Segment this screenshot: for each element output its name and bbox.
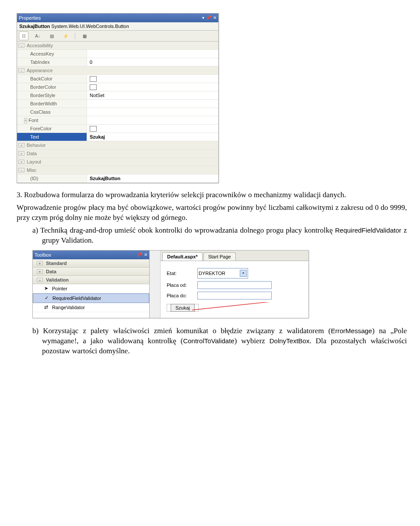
toolbox-title-bar[interactable]: Toolbox 📌 ✕ [33,251,149,259]
close-icon[interactable]: ✕ [213,16,217,20]
color-swatch[interactable] [90,84,97,90]
toolbox-category[interactable]: −Validation [33,276,149,284]
property-key: BorderColor [17,83,87,91]
property-key: BorderStyle [17,91,87,99]
property-value[interactable] [87,75,218,83]
property-value[interactable] [87,100,218,108]
toolbox-category[interactable]: +Data [33,268,149,276]
editor-tab[interactable]: Default.aspx* [162,252,203,261]
expand-icon[interactable]: − [18,43,24,48]
expand-icon[interactable]: + [18,160,24,164]
dropdown-icon[interactable]: ▾ [202,16,204,20]
property-value[interactable] [87,116,218,124]
rfv-icon: ✓ [43,295,50,301]
color-swatch[interactable] [90,76,97,82]
property-row[interactable]: +Font [17,116,218,125]
toolbox-item[interactable]: ⇄RangeValidator [33,303,149,312]
etat-select[interactable]: DYREKTOR ▾ [197,268,248,279]
expand-icon[interactable]: − [18,168,24,172]
category-row[interactable]: +Layout [17,158,218,166]
property-value[interactable] [87,108,218,116]
property-key: TabIndex [17,58,87,66]
toolbox-item[interactable]: ✓RequiredFieldValidator [33,293,149,303]
chevron-down-icon[interactable]: ▾ [240,270,247,277]
property-value[interactable] [87,50,218,58]
property-row[interactable]: BorderWidth [17,100,218,108]
placa-od-input[interactable] [197,281,272,289]
button-designer-selection[interactable]: Szukaj [167,304,199,312]
properties-icon[interactable]: ▤ [47,31,56,40]
property-row[interactable]: BorderColor [17,83,218,91]
property-value[interactable]: SzukajButton [87,174,218,182]
property-key: BackColor [17,75,87,83]
property-value[interactable] [87,83,218,91]
category-row[interactable]: −Accessibility [17,42,218,50]
szukaj-button[interactable]: Szukaj [171,304,195,312]
expand-icon[interactable]: + [24,118,27,123]
object-type: System.Web.UI.WebControls.Button [51,24,129,29]
expand-icon[interactable]: + [18,151,24,156]
toolbox-category[interactable]: +Standard [33,259,149,268]
toolbox-title: Toolbox [35,252,135,258]
property-value[interactable]: NotSet [87,91,218,99]
expand-icon[interactable]: + [37,269,43,274]
object-name: SzukajButton [19,24,50,29]
pin-icon[interactable]: 📌 [137,253,142,257]
placa-do-input[interactable] [197,292,272,300]
property-row[interactable]: BackColor [17,75,218,83]
property-row[interactable]: (ID)SzukajButton [17,174,218,183]
category-row[interactable]: +Data [17,150,218,158]
property-key: CssClass [17,108,87,116]
expand-icon[interactable]: + [18,143,24,147]
property-value[interactable]: 0 [87,58,218,66]
close-icon[interactable]: ✕ [144,253,147,257]
property-row[interactable]: CssClass [17,108,218,116]
editor-surface: Default.aspx*Start Page Etat: DYREKTOR ▾… [161,251,308,318]
alphabetical-icon[interactable]: A↓ [33,31,42,40]
svg-line-0 [192,302,420,310]
placa-od-label: Płaca od: [167,282,195,288]
category-row[interactable]: +Behavior [17,141,218,150]
color-swatch[interactable] [90,126,97,132]
category-name: Misc [26,167,218,173]
toolbox-item[interactable]: ➤Pointer [33,284,149,293]
expand-icon[interactable]: + [37,261,43,265]
property-key: Text [17,133,87,141]
category-row[interactable]: −Appearance [17,66,218,75]
editor-tabs: Default.aspx*Start Page [161,251,308,261]
property-row[interactable]: ForeColor [17,125,218,133]
toolbox-item-label: RangeValidator [52,305,85,310]
category-row[interactable]: −Misc [17,166,218,174]
property-key: BorderWidth [17,100,87,108]
editor-tab[interactable]: Start Page [203,252,236,261]
panel-title-bar[interactable]: Properties ▾ 📌 ✕ [17,14,218,22]
placa-do-row: Płaca do: [167,292,302,300]
category-label: Validation [46,277,69,282]
selected-object-row[interactable]: SzukajButton System.Web.UI.WebControls.B… [17,22,218,31]
property-row[interactable]: TabIndex0 [17,58,218,66]
toolbox-item-label: RequiredFieldValidator [52,296,101,301]
events-icon[interactable]: ⚡ [61,31,70,40]
pin-icon[interactable]: 📌 [206,16,211,20]
toolbox-panel: Toolbox 📌 ✕ +Standard+Data−Validation ➤P… [33,251,150,318]
step-3b: b) Korzystając z palety właściwości zmie… [32,326,407,356]
property-pages-icon[interactable]: ▦ [80,31,89,40]
property-value[interactable]: Szukaj [87,133,218,141]
property-value[interactable] [87,125,218,132]
placa-od-row: Płaca od: [167,281,302,289]
category-label: Standard [46,261,67,266]
editor-gutter [150,251,161,318]
expand-icon[interactable]: − [37,278,43,282]
category-name: Layout [26,159,218,164]
category-name: Appearance [26,68,218,73]
property-row[interactable]: BorderStyleNotSet [17,91,218,100]
property-key: +Font [17,116,87,124]
properties-toolbar: ☷ A↓ ▤ ⚡ ▦ [17,31,218,42]
category-label: Data [46,269,56,274]
property-row[interactable]: AccessKey [17,50,218,58]
property-row[interactable]: TextSzukaj [17,133,218,141]
categorized-icon[interactable]: ☷ [19,31,28,40]
properties-panel: Properties ▾ 📌 ✕ SzukajButton System.Web… [17,13,219,183]
property-key: ForeColor [17,125,87,132]
expand-icon[interactable]: − [18,68,24,73]
